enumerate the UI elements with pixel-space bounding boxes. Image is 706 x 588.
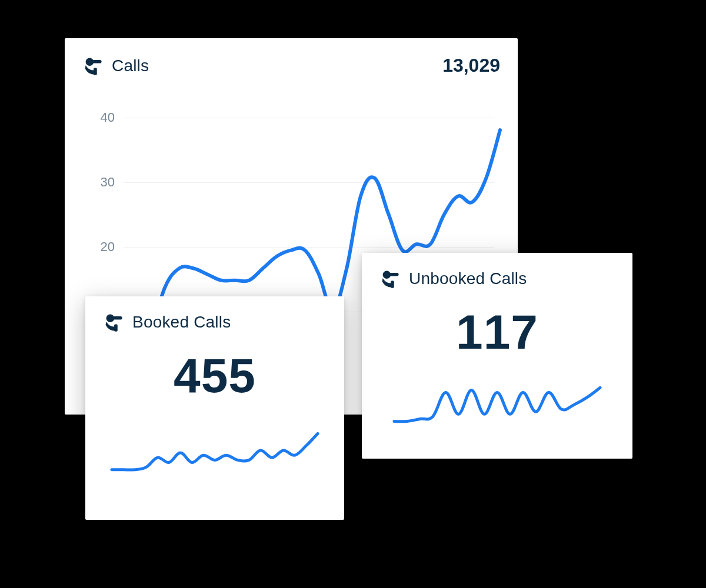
unbooked-value: 117 bbox=[379, 305, 615, 360]
y-axis-tick: 30 bbox=[82, 175, 115, 190]
svg-rect-2 bbox=[94, 68, 97, 75]
brand-logo-icon bbox=[82, 55, 104, 76]
unbooked-sparkline bbox=[394, 380, 600, 433]
svg-rect-7 bbox=[389, 273, 399, 276]
svg-rect-5 bbox=[114, 324, 118, 331]
svg-rect-1 bbox=[92, 59, 102, 63]
booked-title: Booked Calls bbox=[132, 313, 231, 332]
calls-card-header: Calls 13,029 bbox=[82, 55, 500, 76]
booked-sparkline-holder bbox=[103, 421, 327, 480]
calls-total: 13,029 bbox=[442, 55, 500, 76]
booked-card-header: Booked Calls bbox=[103, 312, 327, 333]
unbooked-card-header: Unbooked Calls bbox=[379, 268, 615, 289]
unbooked-calls-card: Unbooked Calls 117 bbox=[362, 253, 632, 459]
booked-value: 455 bbox=[103, 348, 327, 403]
brand-logo-icon bbox=[103, 312, 124, 333]
booked-sparkline bbox=[112, 424, 318, 477]
y-axis-tick: 20 bbox=[82, 239, 115, 255]
unbooked-title: Unbooked Calls bbox=[409, 269, 527, 288]
unbooked-sparkline-holder bbox=[379, 377, 615, 436]
svg-rect-4 bbox=[113, 316, 122, 320]
calls-title: Calls bbox=[112, 56, 149, 75]
brand-logo-icon bbox=[379, 268, 401, 289]
svg-rect-8 bbox=[391, 280, 394, 288]
y-axis-tick: 40 bbox=[82, 110, 115, 125]
booked-calls-card: Booked Calls 455 bbox=[85, 296, 344, 520]
